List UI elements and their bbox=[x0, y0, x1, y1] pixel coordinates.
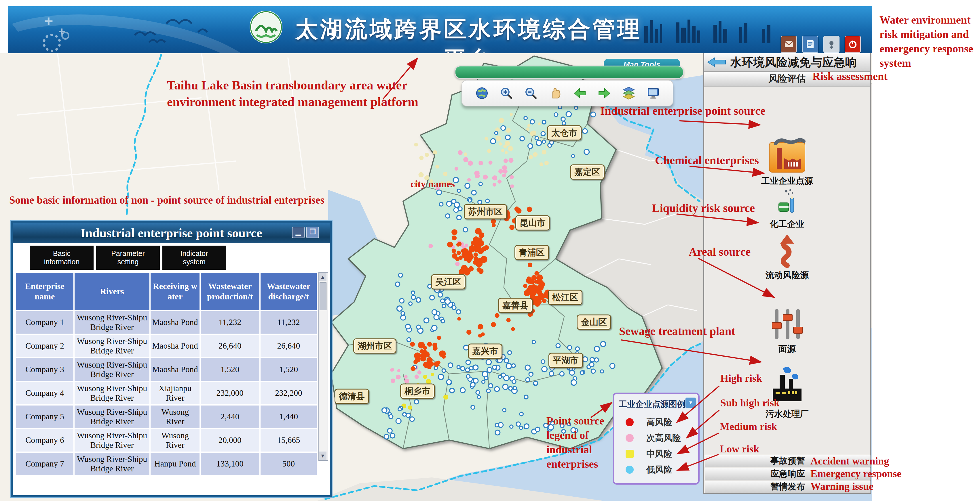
low-risk-dot bbox=[549, 371, 554, 376]
low-risk-dot bbox=[445, 214, 450, 218]
medium-risk-dot bbox=[506, 128, 511, 133]
low-risk-dot bbox=[390, 433, 395, 438]
table-row[interactable]: Company 6Wusong River-Shipu Bridge River… bbox=[16, 428, 317, 452]
low-risk-dot bbox=[516, 422, 520, 426]
sub-high-risk-dot bbox=[488, 161, 493, 165]
layers-icon[interactable] bbox=[621, 86, 636, 101]
table-cell: Xiajianpu River bbox=[150, 381, 200, 405]
low-risk-dot bbox=[495, 132, 498, 135]
sub-high-risk-dot bbox=[404, 375, 408, 379]
low-risk-dot bbox=[580, 371, 584, 375]
high-risk-dot bbox=[542, 299, 546, 303]
tab-basic-information[interactable]: Basicinformation bbox=[30, 246, 94, 270]
tab-indicator-system[interactable]: Indicatorsystem bbox=[162, 246, 226, 270]
globe-icon[interactable] bbox=[474, 86, 489, 101]
sub-high-risk-note: Sub high risk bbox=[720, 396, 780, 410]
scroll-up-icon[interactable]: ▲ bbox=[319, 273, 326, 281]
high-risk-dot bbox=[466, 254, 471, 260]
column-header[interactable]: Wastewater discharge/t bbox=[260, 272, 318, 311]
low-risk-dot bbox=[447, 380, 451, 384]
low-risk-dot bbox=[562, 122, 566, 125]
download-icon[interactable] bbox=[823, 36, 840, 53]
high-risk-dot bbox=[477, 324, 484, 330]
column-header[interactable]: Wastewater production/t bbox=[200, 272, 260, 311]
high-risk-dot bbox=[457, 242, 461, 246]
message-icon[interactable] bbox=[781, 36, 797, 53]
low-risk-note: Low risk bbox=[720, 442, 759, 456]
high-risk-dot bbox=[434, 361, 439, 367]
low-risk-dot bbox=[524, 395, 528, 399]
table-scrollbar[interactable]: ▲ ▼ bbox=[318, 272, 328, 461]
notes-icon[interactable] bbox=[802, 36, 818, 53]
low-risk-dot bbox=[441, 319, 444, 323]
low-risk-dot bbox=[519, 426, 523, 430]
minimize-button[interactable]: ▁ bbox=[292, 227, 305, 238]
low-risk-dot bbox=[411, 295, 416, 300]
low-risk-dot bbox=[417, 325, 421, 329]
low-risk-dot bbox=[476, 390, 480, 394]
low-risk-dot bbox=[590, 362, 594, 367]
low-risk-dot bbox=[512, 364, 515, 368]
medium-risk-dot bbox=[531, 130, 536, 136]
app-title: 太湖流域跨界区水环境综合管理平台 bbox=[290, 14, 647, 53]
table-cell: Wusong River-Shipu Bridge River bbox=[74, 405, 150, 428]
table-row[interactable]: Company 4Wusong River-Shipu Bridge River… bbox=[16, 381, 317, 405]
low-risk-dot bbox=[478, 200, 482, 204]
high-risk-dot bbox=[479, 232, 484, 238]
zoom-out-icon[interactable] bbox=[523, 86, 538, 101]
table-row[interactable]: Company 5Wusong River-Shipu Bridge River… bbox=[16, 405, 317, 428]
low-risk-dot bbox=[442, 369, 445, 373]
scroll-down-icon[interactable]: ▼ bbox=[319, 452, 326, 460]
legend-item: 低风险 bbox=[625, 464, 695, 476]
pan-hand-icon[interactable] bbox=[548, 86, 563, 101]
low-risk-dot bbox=[491, 139, 496, 144]
screen-icon[interactable] bbox=[646, 86, 661, 101]
medium-risk-dot bbox=[544, 161, 549, 165]
low-risk-dot bbox=[498, 422, 503, 427]
low-risk-dot bbox=[535, 136, 538, 140]
column-header[interactable]: Rivers bbox=[74, 272, 150, 311]
column-header[interactable]: Enterprise name bbox=[16, 272, 74, 311]
high-risk-dot bbox=[528, 263, 532, 267]
power-icon[interactable] bbox=[845, 36, 861, 53]
table-row[interactable]: Company 1Wusong River-Shipu Bridge River… bbox=[16, 311, 317, 334]
medium-risk-dot bbox=[443, 395, 449, 400]
low-risk-dot bbox=[542, 120, 546, 124]
system-note: Water environment risk mitigation and em… bbox=[880, 13, 973, 70]
table-cell: Maosha Pond bbox=[150, 358, 200, 381]
forward-arrow-icon[interactable] bbox=[597, 86, 612, 101]
low-risk-dot bbox=[503, 409, 506, 412]
low-risk-dot bbox=[399, 298, 404, 303]
column-header[interactable]: Receiving water bbox=[150, 272, 200, 311]
low-risk-dot bbox=[486, 360, 491, 365]
high-risk-dot bbox=[474, 252, 478, 257]
legend-collapse-button[interactable]: ▾ bbox=[685, 398, 697, 408]
close-button[interactable]: ❐ bbox=[306, 227, 319, 238]
city-label: 德清县 bbox=[334, 389, 369, 404]
low-risk-dot bbox=[406, 413, 410, 418]
low-risk-dot bbox=[520, 136, 525, 141]
high-risk-dot bbox=[537, 296, 541, 300]
sub-high-risk-dot bbox=[465, 244, 468, 247]
liquidity-note: Liquidity risk source bbox=[652, 201, 755, 216]
tab-parameter-setting[interactable]: Parametersetting bbox=[96, 246, 160, 270]
zoom-in-icon[interactable] bbox=[499, 86, 514, 101]
low-risk-dot bbox=[389, 415, 393, 419]
low-risk-dot bbox=[457, 189, 460, 192]
sub-high-risk-dot bbox=[397, 369, 401, 372]
medium-risk-dot bbox=[443, 172, 447, 176]
low-risk-dot bbox=[396, 419, 401, 423]
table-row[interactable]: Company 7Wusong River-Shipu Bridge River… bbox=[16, 452, 317, 476]
medium-risk-dot bbox=[418, 172, 423, 178]
back-arrow-icon[interactable] bbox=[572, 86, 587, 101]
table-row[interactable]: Company 2Wusong River-Shipu Bridge River… bbox=[16, 334, 317, 358]
medium-risk-dot bbox=[464, 152, 467, 156]
low-risk-dot bbox=[384, 434, 389, 439]
table-cell: 2,440 bbox=[200, 405, 260, 428]
window-titlebar[interactable]: Industrial enterprise point source ▁ ❐ bbox=[13, 223, 330, 243]
table-cell: 1,440 bbox=[260, 405, 318, 428]
high-risk-dot bbox=[527, 206, 532, 212]
back-arrow-icon[interactable] bbox=[707, 57, 727, 67]
table-row[interactable]: Company 3Wusong River-Shipu Bridge River… bbox=[16, 358, 317, 381]
scroll-thumb[interactable] bbox=[320, 282, 326, 310]
